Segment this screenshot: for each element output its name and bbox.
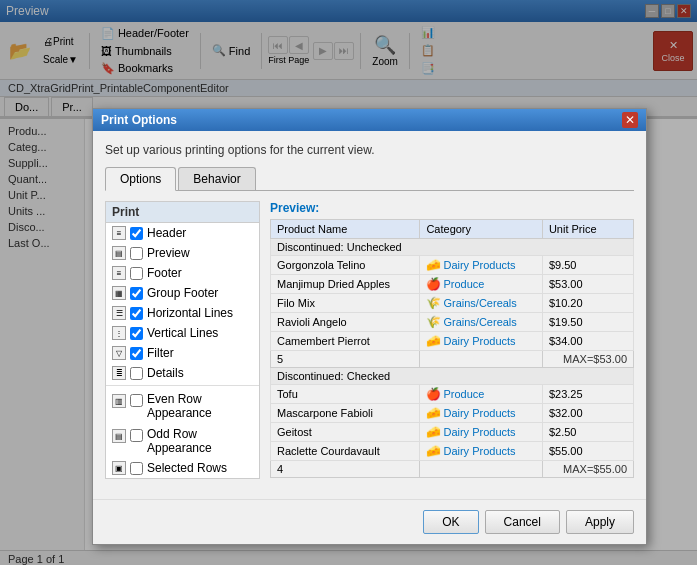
category-icon: 🌾	[426, 296, 440, 310]
row-category: 🌾 Grains/Cereals	[420, 313, 543, 332]
vertical-lines-label: Vertical Lines	[147, 326, 218, 340]
category-icon: 🧀	[426, 444, 440, 458]
option-preview[interactable]: ▤ Preview	[106, 243, 259, 263]
footer-label: Footer	[147, 266, 182, 280]
row-category: 🧀 Dairy Products	[420, 404, 543, 423]
group-footer-checkbox[interactable]	[130, 287, 143, 300]
row-category: 🍎 Produce	[420, 385, 543, 404]
preview-checkbox[interactable]	[130, 247, 143, 260]
option-vertical-lines[interactable]: ⋮ Vertical Lines	[106, 323, 259, 343]
header-icon: ≡	[112, 226, 126, 240]
row-product: Ravioli Angelo	[271, 313, 420, 332]
row-price: $2.50	[542, 423, 633, 442]
table-row: Gorgonzola Telino 🧀 Dairy Products $9.50	[271, 256, 634, 275]
option-group-footer[interactable]: ▦ Group Footer	[106, 283, 259, 303]
category-icon: 🧀	[426, 425, 440, 439]
footer-max-1: MAX=$53.00	[542, 351, 633, 368]
preview-panel: Preview: Product Name Category Unit Pric…	[270, 201, 634, 479]
apply-button[interactable]: Apply	[566, 510, 634, 534]
row-product: Filo Mix	[271, 294, 420, 313]
header-checkbox[interactable]	[130, 227, 143, 240]
filter-checkbox[interactable]	[130, 347, 143, 360]
col-product-name: Product Name	[271, 220, 420, 239]
print-options-dialog: Print Options ✕ Set up various printing …	[92, 108, 647, 545]
option-selected-rows[interactable]: ▣ Selected Rows	[106, 458, 259, 478]
details-label: Details	[147, 366, 184, 380]
selected-rows-checkbox[interactable]	[130, 462, 143, 475]
section-footer-1: 5 MAX=$53.00	[271, 351, 634, 368]
tab-behavior[interactable]: Behavior	[178, 167, 255, 190]
odd-row-checkbox[interactable]	[130, 429, 143, 442]
vertical-lines-checkbox[interactable]	[130, 327, 143, 340]
horizontal-lines-icon: ☰	[112, 306, 126, 320]
row-category: 🧀 Dairy Products	[420, 256, 543, 275]
row-category: 🌾 Grains/Cereals	[420, 294, 543, 313]
dialog-title-bar: Print Options ✕	[93, 109, 646, 131]
row-category: 🧀 Dairy Products	[420, 423, 543, 442]
row-product: Gorgonzola Telino	[271, 256, 420, 275]
row-product: Geitost	[271, 423, 420, 442]
dialog-title-text: Print Options	[101, 113, 177, 127]
details-checkbox[interactable]	[130, 367, 143, 380]
footer-max-2: MAX=$55.00	[542, 461, 633, 478]
footer-count-2: 4	[271, 461, 420, 478]
table-row: Tofu 🍎 Produce $23.25	[271, 385, 634, 404]
row-product: Camembert Pierrot	[271, 332, 420, 351]
section-header-1: Discontinued: Unchecked	[271, 239, 634, 256]
odd-row-icon: ▤	[112, 429, 126, 443]
option-header[interactable]: ≡ Header	[106, 223, 259, 243]
filter-label: Filter	[147, 346, 174, 360]
option-odd-row[interactable]: ▤ Odd RowAppearance	[106, 423, 259, 458]
option-even-row[interactable]: ▥ Even RowAppearance	[106, 388, 259, 423]
preview-label: Preview:	[270, 201, 634, 215]
tab-options[interactable]: Options	[105, 167, 176, 191]
row-category: 🍎 Produce	[420, 275, 543, 294]
option-details[interactable]: ≣ Details	[106, 363, 259, 383]
row-price: $23.25	[542, 385, 633, 404]
dialog-footer: OK Cancel Apply	[93, 499, 646, 544]
dialog-body: Set up various printing options for the …	[93, 131, 646, 491]
dialog-close-button[interactable]: ✕	[622, 112, 638, 128]
option-horizontal-lines[interactable]: ☰ Horizontal Lines	[106, 303, 259, 323]
main-window: Preview ─ □ ✕ 📂 🖨 Print	[0, 0, 697, 565]
dialog-content: Print ≡ Header ▤ Preview ≡	[105, 201, 634, 479]
section-1-title: Discontinued: Unchecked	[271, 239, 634, 256]
table-row: Ravioli Angelo 🌾 Grains/Cereals $19.50	[271, 313, 634, 332]
section-header-2: Discontinued: Checked	[271, 368, 634, 385]
even-row-icon: ▥	[112, 394, 126, 408]
section-2-title: Discontinued: Checked	[271, 368, 634, 385]
even-row-checkbox[interactable]	[130, 394, 143, 407]
ok-button[interactable]: OK	[423, 510, 478, 534]
footer-icon: ≡	[112, 266, 126, 280]
details-icon: ≣	[112, 366, 126, 380]
row-price: $32.00	[542, 404, 633, 423]
group-footer-icon: ▦	[112, 286, 126, 300]
col-category: Category	[420, 220, 543, 239]
option-filter[interactable]: ▽ Filter	[106, 343, 259, 363]
category-icon: 🍎	[426, 387, 440, 401]
horizontal-lines-checkbox[interactable]	[130, 307, 143, 320]
footer-count-1: 5	[271, 351, 420, 368]
table-row: Raclette Courdavault 🧀 Dairy Products $5…	[271, 442, 634, 461]
row-product: Tofu	[271, 385, 420, 404]
selected-rows-icon: ▣	[112, 461, 126, 475]
category-icon: 🧀	[426, 334, 440, 348]
footer-empty-2	[420, 461, 543, 478]
options-panel: Print ≡ Header ▤ Preview ≡	[105, 201, 260, 479]
row-price: $9.50	[542, 256, 633, 275]
odd-row-label: Odd RowAppearance	[147, 427, 212, 455]
footer-checkbox[interactable]	[130, 267, 143, 280]
section-footer-2: 4 MAX=$55.00	[271, 461, 634, 478]
row-product: Manjimup Dried Apples	[271, 275, 420, 294]
row-category: 🧀 Dairy Products	[420, 442, 543, 461]
category-icon: 🌾	[426, 315, 440, 329]
even-row-label: Even RowAppearance	[147, 392, 212, 420]
row-category: 🧀 Dairy Products	[420, 332, 543, 351]
header-label: Header	[147, 226, 186, 240]
preview-label: Preview	[147, 246, 190, 260]
dialog-description: Set up various printing options for the …	[105, 143, 634, 157]
selected-rows-label: Selected Rows	[147, 461, 227, 475]
cancel-button[interactable]: Cancel	[485, 510, 560, 534]
horizontal-lines-label: Horizontal Lines	[147, 306, 233, 320]
option-footer[interactable]: ≡ Footer	[106, 263, 259, 283]
